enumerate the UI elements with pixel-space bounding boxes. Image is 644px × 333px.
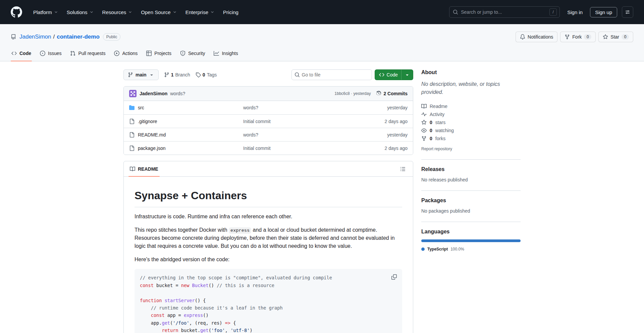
file-link[interactable]: .gitignore <box>138 119 157 124</box>
about-section: About No description, website, or topics… <box>421 69 521 159</box>
readme-card: README Synapse + Containers Infrastructu… <box>123 161 413 333</box>
about-item-readme: Readme <box>421 102 521 110</box>
commit-history-link[interactable]: 2 Commits <box>376 91 408 96</box>
repo-header: JadenSimon / container-demo Public Notif… <box>0 24 644 61</box>
tab-insights[interactable]: Insights <box>210 46 241 61</box>
tags-label: Tags <box>207 72 217 77</box>
file-row-src[interactable]: srcwords?yesterday <box>124 101 413 114</box>
search-icon <box>453 9 458 15</box>
tags-link[interactable]: 0 Tags <box>196 72 217 77</box>
global-search[interactable]: Search or jump to... / <box>449 6 560 18</box>
commit-count-label: 2 Commits <box>383 91 408 96</box>
file-name-cell: .gitignore <box>129 119 243 124</box>
book-icon <box>130 166 135 172</box>
tab-label: Pull requests <box>78 51 105 56</box>
about-item-link[interactable]: 0stars <box>421 120 521 125</box>
avatar[interactable] <box>129 90 137 97</box>
star-icon <box>421 120 427 125</box>
code-dropdown-button[interactable]: Code <box>375 69 413 80</box>
readme-tab[interactable]: README <box>126 161 162 176</box>
commit-date: yesterday <box>353 91 371 96</box>
sign-up-button[interactable]: Sign up <box>590 7 617 17</box>
chevron-down-icon <box>210 10 214 14</box>
nav-item-pricing[interactable]: Pricing <box>219 7 243 18</box>
tab-code[interactable]: Code <box>8 46 35 61</box>
file-link[interactable]: package.json <box>138 146 166 151</box>
star-label: Star <box>610 34 619 40</box>
file-commit-link[interactable]: words? <box>243 132 258 137</box>
language-dot <box>421 247 425 251</box>
about-item-count: 0 <box>430 128 432 133</box>
nav-item-enterprise[interactable]: Enterprise <box>181 7 219 18</box>
breadcrumb-repo-link[interactable]: container-demo <box>57 34 100 40</box>
about-item-label: watching <box>435 128 454 133</box>
file-commit-date: 2 days ago <box>361 119 408 124</box>
star-icon <box>603 34 608 40</box>
global-nav: PlatformSolutionsResourcesOpen SourceEnt… <box>29 7 243 18</box>
about-item-link[interactable]: Readme <box>421 104 521 109</box>
about-item-activity: Activity <box>421 110 521 118</box>
releases-empty-text: No releases published <box>421 177 521 182</box>
command-palette-button[interactable] <box>622 6 633 18</box>
nav-item-resources[interactable]: Resources <box>98 7 137 18</box>
tag-icon <box>196 72 201 77</box>
github-logo[interactable] <box>11 6 22 18</box>
nav-item-platform[interactable]: Platform <box>29 7 62 18</box>
commit-meta-group: 1bbc6c8 · yesterday 2 Commits <box>334 91 408 96</box>
tab-projects[interactable]: Projects <box>143 46 175 61</box>
file-commit-message: words? <box>243 132 361 137</box>
tab-security[interactable]: Security <box>177 46 209 61</box>
notifications-button[interactable]: Notifications <box>516 32 557 42</box>
file-commit-link[interactable]: words? <box>243 105 258 110</box>
file-commit-link[interactable]: Initial commit <box>243 146 271 151</box>
code-icon <box>11 51 17 56</box>
fork-icon <box>421 136 427 141</box>
report-repository-link[interactable]: Report repository <box>421 147 452 151</box>
nav-item-label: Resources <box>102 9 126 15</box>
file-name-cell: package.json <box>129 146 243 151</box>
git-branch-icon <box>128 72 133 77</box>
file-commit-link[interactable]: Initial commit <box>243 119 271 124</box>
breadcrumb-separator: / <box>53 34 55 40</box>
commit-message-link[interactable]: words? <box>170 91 185 96</box>
language-link[interactable]: TypeScript100.0% <box>421 246 521 252</box>
file-row-readme-md[interactable]: README.mdwords?yesterday <box>124 128 413 141</box>
commit-sha-link[interactable]: 1bbc6c8 <box>334 91 350 96</box>
file-row-package-json[interactable]: package.jsonInitial commit2 days ago <box>124 141 413 155</box>
file-name-cell: src <box>129 105 243 110</box>
about-item-link[interactable]: 0forks <box>421 136 521 141</box>
about-item-link[interactable]: Activity <box>421 112 521 117</box>
global-header: PlatformSolutionsResourcesOpen SourceEnt… <box>0 0 644 24</box>
breadcrumb-owner-link[interactable]: JadenSimon <box>19 34 51 40</box>
code-dropdown-caret[interactable] <box>401 70 413 80</box>
branch-selector[interactable]: main <box>123 69 159 80</box>
goto-file-input[interactable] <box>291 69 372 80</box>
commit-author-link[interactable]: JadenSimon <box>140 91 167 96</box>
fork-icon <box>565 34 570 40</box>
star-button[interactable]: Star 0 <box>598 32 633 42</box>
file-link[interactable]: README.md <box>138 132 166 137</box>
current-branch: main <box>136 72 147 77</box>
tab-pull-requests[interactable]: Pull requests <box>67 46 109 61</box>
copy-icon <box>391 274 397 280</box>
notifications-label: Notifications <box>528 34 553 40</box>
tab-actions[interactable]: Actions <box>111 46 141 61</box>
nav-item-solutions[interactable]: Solutions <box>62 7 98 18</box>
file-commit-message: Initial commit <box>243 119 361 124</box>
copy-code-button[interactable] <box>389 272 399 282</box>
branches-link[interactable]: 1 Branch <box>164 72 190 77</box>
readme-outline-button[interactable] <box>398 164 408 174</box>
tab-label: Insights <box>222 51 238 56</box>
git-branch-icon <box>164 72 169 77</box>
nav-item-open-source[interactable]: Open Source <box>137 7 181 18</box>
readme-title: Synapse + Containers <box>135 187 402 207</box>
sign-in-link[interactable]: Sign in <box>565 7 585 17</box>
file-row--gitignore[interactable]: .gitignoreInitial commit2 days ago <box>124 114 413 128</box>
tab-issues[interactable]: Issues <box>37 46 65 61</box>
about-item-link[interactable]: 0watching <box>421 128 521 133</box>
fork-button[interactable]: Fork 0 <box>560 32 596 42</box>
about-item-count: 0 <box>430 120 432 125</box>
tab-label: Actions <box>122 51 138 56</box>
file-link[interactable]: src <box>138 105 144 110</box>
bell-icon <box>520 34 525 40</box>
